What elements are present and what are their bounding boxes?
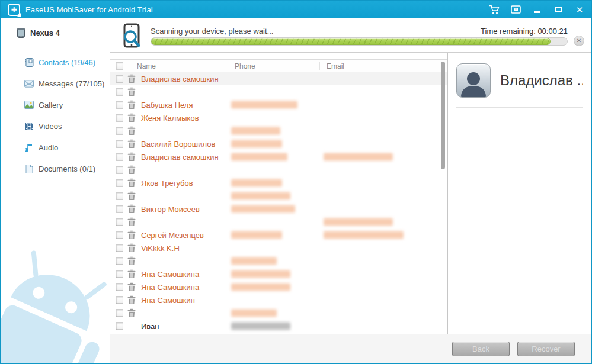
- trash-icon: [127, 101, 136, 109]
- row-checkbox[interactable]: [116, 270, 123, 278]
- maximize-button[interactable]: [552, 4, 564, 15]
- sidebar-item-label: Gallery: [39, 101, 63, 109]
- table-row[interactable]: Яна Самошкин: [110, 294, 447, 307]
- column-header-email[interactable]: Email: [327, 62, 344, 70]
- app-logo-icon: [8, 4, 20, 16]
- row-checkbox[interactable]: [116, 127, 123, 135]
- table-row[interactable]: ViKkkk K.H: [110, 241, 447, 255]
- table-row[interactable]: [110, 189, 447, 202]
- preview-divider: [456, 107, 583, 108]
- row-checkbox[interactable]: [116, 205, 123, 213]
- sidebar-item-audio[interactable]: Audio: [1, 137, 110, 158]
- right-column: Scanning your device, please wait... Tim…: [110, 18, 591, 363]
- table-row[interactable]: [110, 85, 447, 98]
- trash-icon: [127, 257, 136, 266]
- titlebar: EaseUS MobiSaver for Android Trial ✕: [1, 1, 591, 18]
- sidebar-nav: Contacts (19/46) Messages (77/105) Galle…: [1, 51, 110, 179]
- sidebar-item-documents[interactable]: Documents (0/1): [1, 158, 110, 179]
- contact-name-cell: Сергей Мезенцев: [141, 231, 204, 240]
- row-checkbox[interactable]: [116, 153, 123, 161]
- sidebar-item-label: Messages (77/105): [39, 79, 104, 88]
- contacts-table: Name Phone Email Владислав самошкин Бабу…: [110, 53, 447, 334]
- table-row[interactable]: Яков Трегубов: [110, 176, 447, 189]
- contacts-icon: [24, 57, 34, 67]
- table-row[interactable]: [110, 307, 447, 320]
- logo-arrow: [17, 13, 21, 17]
- android-watermark: [1, 230, 110, 363]
- table-row[interactable]: Бабушка Неля: [110, 98, 447, 111]
- sidebar-device-nexus4[interactable]: Nexus 4: [16, 28, 110, 37]
- row-checkbox[interactable]: [116, 244, 123, 252]
- row-checkbox[interactable]: [116, 114, 123, 122]
- shopping-cart-icon[interactable]: [488, 4, 500, 15]
- row-checkbox[interactable]: [116, 179, 123, 187]
- videos-icon: [24, 121, 34, 131]
- table-row[interactable]: [110, 215, 447, 228]
- trash-icon: [127, 179, 136, 188]
- sidebar-item-videos[interactable]: Videos: [1, 115, 110, 137]
- table-row[interactable]: [110, 163, 447, 176]
- minimize-button[interactable]: [531, 4, 543, 15]
- row-checkbox[interactable]: [116, 140, 123, 148]
- table-row[interactable]: Яна Самошкина: [110, 281, 447, 294]
- back-button[interactable]: Back: [452, 342, 510, 356]
- progress-fill: [151, 38, 551, 45]
- stop-scan-button[interactable]: ✕: [574, 36, 584, 46]
- contact-name-cell: Иван: [141, 322, 159, 331]
- row-checkbox[interactable]: [116, 323, 123, 330]
- row-checkbox[interactable]: [116, 284, 123, 291]
- sidebar-item-label: Audio: [39, 143, 58, 152]
- recover-button[interactable]: Recover: [517, 342, 575, 356]
- column-header-phone[interactable]: Phone: [235, 62, 255, 70]
- table-row[interactable]: Владислав самошкин: [110, 72, 447, 85]
- device-label: Nexus 4: [30, 28, 60, 37]
- table-row[interactable]: Яна Самошкина: [110, 268, 447, 281]
- scan-progress-group: Scanning your device, please wait... Tim…: [151, 27, 568, 46]
- select-all-checkbox[interactable]: [116, 62, 123, 70]
- row-checkbox[interactable]: [116, 192, 123, 200]
- row-checkbox[interactable]: [116, 310, 123, 317]
- row-checkbox[interactable]: [116, 297, 123, 304]
- gallery-icon: [24, 100, 34, 109]
- scrollbar-thumb[interactable]: [441, 62, 445, 169]
- table-row[interactable]: Виктор Моисеев: [110, 202, 447, 215]
- contact-name-cell: Женя Калмыков: [141, 114, 199, 123]
- trash-icon: [127, 166, 136, 175]
- row-checkbox[interactable]: [116, 257, 123, 265]
- sidebar: Nexus 4 Contacts (19/46) Messages (77/10…: [1, 18, 110, 363]
- table-row[interactable]: [110, 124, 447, 137]
- contact-name-cell: Яков Трегубов: [141, 179, 193, 188]
- contact-name-cell: Владислав самошкин: [141, 153, 219, 162]
- sidebar-item-label: Contacts (19/46): [39, 58, 95, 67]
- row-checkbox[interactable]: [116, 166, 123, 174]
- sidebar-item-label: Documents (0/1): [39, 165, 95, 173]
- column-header-name[interactable]: Name: [137, 62, 156, 70]
- table-row[interactable]: Сергей Мезенцев: [110, 228, 447, 241]
- sidebar-item-gallery[interactable]: Gallery: [1, 94, 110, 115]
- phone-redacted: [231, 310, 277, 317]
- row-checkbox[interactable]: [116, 75, 123, 83]
- phone-redacted: [231, 270, 290, 278]
- feedback-window-icon[interactable]: [510, 4, 521, 15]
- table-row[interactable]: Владислав самошкин: [110, 150, 447, 163]
- column-divider: [319, 62, 320, 70]
- email-redacted: [324, 218, 393, 226]
- trash-icon: [127, 231, 136, 240]
- table-row[interactable]: Василий Ворошилов: [110, 137, 447, 150]
- phone-redacted: [231, 127, 280, 135]
- table-row[interactable]: Женя Калмыков: [110, 111, 447, 124]
- sidebar-item-messages[interactable]: Messages (77/105): [1, 73, 110, 94]
- row-checkbox[interactable]: [116, 231, 123, 239]
- table-row[interactable]: Иван: [110, 320, 447, 333]
- trash-icon: [127, 244, 136, 253]
- phone-redacted: [231, 205, 295, 213]
- row-checkbox[interactable]: [116, 218, 123, 226]
- window-title: EaseUS MobiSaver for Android Trial: [25, 5, 153, 14]
- scrollbar[interactable]: [440, 60, 445, 330]
- row-checkbox[interactable]: [116, 88, 123, 96]
- table-row[interactable]: [110, 255, 447, 268]
- row-checkbox[interactable]: [116, 101, 123, 109]
- close-button[interactable]: ✕: [574, 4, 585, 15]
- main-area: Nexus 4 Contacts (19/46) Messages (77/10…: [1, 18, 591, 363]
- sidebar-item-contacts[interactable]: Contacts (19/46): [1, 51, 110, 73]
